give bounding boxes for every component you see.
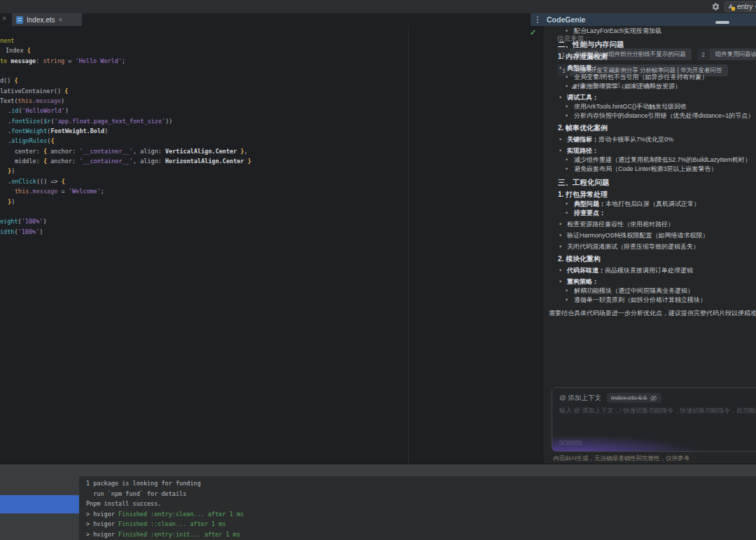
code-token: ) [39,228,43,235]
code-token: center: [15,148,43,155]
code-token: } [237,148,244,155]
assistant-message-line: 2. 模块化重构 [558,254,756,264]
codegenie-panel: 配合LazyForEach实现按需加载二、性能与内存问题1. 内存泄漏检测典型场… [543,26,756,464]
inspection-ok-icon: ✓ [530,28,536,37]
context-row: @ 添加上下文 Index.ets 6:6 [559,393,756,403]
code-token: 'Welcome' [69,188,101,195]
code-token: .message [32,97,61,104]
code-token: : [36,57,43,64]
assistant-message-line: 实现路径： [559,146,756,155]
code-token: middle: [15,158,43,165]
code-token: } [244,158,251,165]
assistant-message-line: 减少组件重建（通过复用机制降低52.7%的BuildLazyItem耗时） [566,155,756,165]
terminal-line: > hvigor Finished :entry:clean... after … [86,509,756,520]
assistant-message-line: 2. 帧率优化案例 [558,123,756,133]
code-token: string [43,57,64,64]
code-token: idth [0,228,14,235]
code-token: { [14,77,18,84]
code-line: lativeContainer() { [0,86,251,96]
prompt-input[interactable] [559,406,756,433]
code-line: .onClick(() => { [0,176,251,186]
prompt-input-card[interactable]: @ 添加上下文 Index.ets 6:6 0/30000 [552,387,756,452]
code-token: ; [122,57,125,64]
scrollbar-thumb[interactable] [715,21,729,24]
bold-label: 调试工具： [567,94,598,101]
code-token: '__container__' [79,158,133,165]
tab-close-icon[interactable]: × [59,16,63,24]
code-line: .alignRules({ [0,136,251,146]
terminal-output[interactable]: 1 package is looking for funding run `np… [79,476,756,540]
assistant-response: 配合LazyForEach实现按需加载二、性能与内存问题1. 内存泄漏检测典型场… [543,27,756,318]
code-token: .message [29,188,57,195]
code-token: ) [61,97,64,104]
ets-file-icon [16,16,23,24]
assistant-message-line: 三、工程化问题 [558,177,756,187]
assistant-message-line: 全局变量/闭包不当引用（如异步任务持有对象） [566,73,756,82]
code-token: anchor: [50,158,79,165]
code-line: .id('HelloWorld') [0,106,251,116]
module-selector-label: entry [737,3,752,11]
add-context-button[interactable]: @ 添加上下文 [559,394,601,403]
panel-footer-disclaimer: 内容由AI生成，无法确保准确性和完整性，仅供参考 [553,455,756,463]
assistant-message-line: 验证HarmonyOS特殊权限配置（如网络请求权限） [559,231,756,240]
code-line: }) [0,166,251,176]
code-content: nentIndex {te message: string = 'Hello W… [0,36,251,237]
run-config-module-selector[interactable]: entry ▾ [724,1,756,12]
code-editor[interactable]: ✓ nentIndex {te message: string = 'Hello… [0,26,542,464]
assistant-message-line: 代码坏味道：商品模块直接调用订单处理逻辑 [559,266,756,275]
bold-label: 排查要点： [574,209,606,216]
code-token: ) [43,218,46,225]
code-line: d() { [0,76,251,85]
bold-label: 代码坏味道： [567,267,605,274]
code-token: , [244,148,248,155]
more-vertical-icon[interactable] [537,19,538,20]
code-token: VerticalAlign.Center [165,148,237,155]
terminal-text: run `npm fund` for details [86,490,186,497]
run-config-selected-row[interactable] [0,495,79,513]
settings-gear-icon[interactable] [711,2,720,11]
code-token: 'Hello World' [76,57,122,64]
code-token: ) [104,127,108,134]
tool-window-bar [0,464,756,476]
assistant-message-line: 关键指标：滑动卡顿率从7%优化至0% [559,135,756,144]
code-token: { [43,158,50,165]
terminal-text: Pnpm install success. [86,500,161,507]
assistant-message-line: 检查资源路径兼容性（使用相对路径） [559,220,756,229]
ide-window: entry ▾ × Index.ets × CodeGenie ✓ nentIn… [0,0,756,540]
code-token: onClick [11,178,36,185]
assistant-message-line: 关闭代码混淆测试（排查压缩导致的逻辑丢失） [559,242,756,251]
code-token: { [62,178,65,185]
code-token: (() => [36,178,62,185]
assistant-message-line: 避免嵌套布局（Code Linter检测3层以上嵌套警告） [566,165,756,174]
assistant-message-line: 排查要点： [566,209,756,218]
code-token: nent [0,37,14,44]
assistant-message-line: 需要结合具体代码场景进一步分析优化点，建议提供完整代码片段以便精准定位问题 [549,309,756,318]
code-token: ) [11,167,15,174]
code-line: }) [0,197,251,207]
assistant-message-line: 1. 内存泄漏检测 [558,52,756,62]
code-token: , align: [133,148,165,155]
terminal-text: 1 package is looking for funding [86,480,201,487]
code-token: )) [165,118,172,125]
code-line: Text(this.message) [0,96,251,106]
terminal-line: Pnpm install success. [86,499,756,509]
code-token: fontWeight [11,127,47,134]
bold-label: 典型问题： [574,200,606,207]
code-token: lativeContainer() [0,88,64,95]
editor-tab-bar: × Index.ets × [0,13,531,26]
code-token: fontSize [11,118,40,125]
code-token: { [64,88,68,95]
code-token: d() [0,77,14,84]
code-line: eight('100%') [0,216,251,226]
code-token: = [57,188,68,195]
code-line: .fontSize($r('app.float.page_text_font_s… [0,116,251,126]
code-token: ) [65,107,69,114]
tab-index-ets[interactable]: Index.ets × [12,13,82,26]
assistant-message-line: 配合LazyForEach实现按需加载 [566,27,756,36]
close-icon[interactable]: × [2,14,6,22]
code-token: ) [11,198,15,205]
assistant-message-line: 使用ArkTools.hintGC()手动触发垃圾回收 [566,102,756,111]
terminal-line: > hvigor Finished ::clean... after 1 ms [86,519,756,529]
assistant-message-line: 1. 打包异常处理 [558,190,756,200]
context-file-chip[interactable]: Index.ets 6:6 [607,393,662,403]
